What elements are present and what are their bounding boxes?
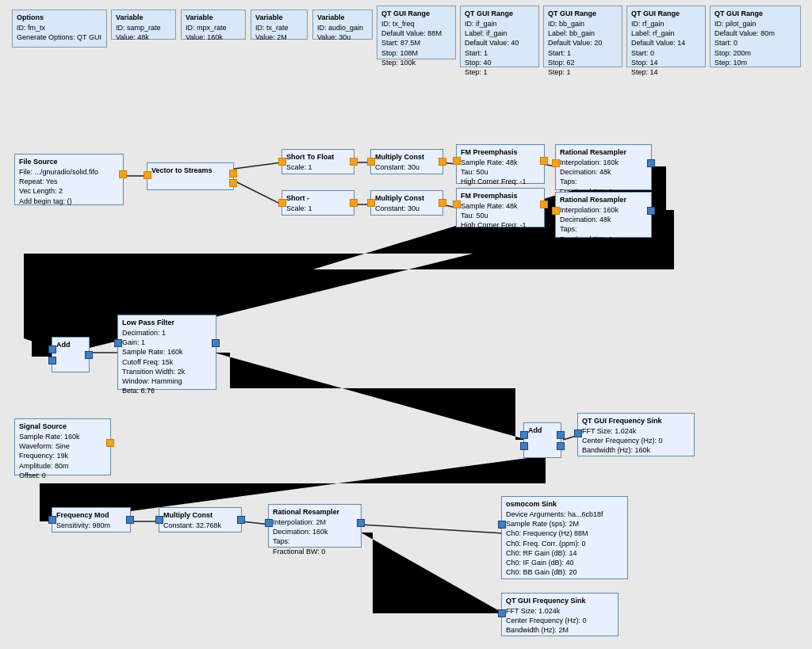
var-samp-rate-block[interactable]: Variable ID: samp_rate Value: 48k [111,10,176,40]
fmp2-in[interactable] [453,200,461,208]
lpf-out[interactable] [212,339,220,347]
short-to-float-2-block[interactable]: Short - Scale: 1 [282,190,354,216]
add2-out2[interactable] [557,442,565,450]
mc3-in[interactable] [155,516,163,524]
rat-resampler-1-block[interactable]: Rational Resampler Interpolation: 160k D… [555,144,652,190]
multiply-const-3-block[interactable]: Multiply Const Constant: 32.768k [159,507,242,533]
svg-line-2 [234,181,282,204]
var-audio-gain-block[interactable]: Variable ID: audio_gain Value: 30u [312,10,373,40]
file-source-out-port[interactable] [119,170,127,178]
qt-freq-sink-1-block[interactable]: QT GUI Frequency Sink FFT Size: 1.024k C… [577,413,695,456]
qfs2-in[interactable] [498,609,506,617]
osmo-in[interactable] [498,521,506,529]
rr2-out[interactable] [647,207,655,215]
fm-pre-2-block[interactable]: FM Preemphasis Sample Rate: 48k Tau: 50u… [456,188,545,227]
fmp1-out[interactable] [540,157,548,165]
rr1-out[interactable] [647,159,655,167]
options-generate: Generate Options: QT GUI [17,32,102,42]
mc1-out[interactable] [439,158,446,166]
vts-out-port-1[interactable] [229,170,237,178]
add2-out1[interactable] [557,431,565,439]
low-pass-filter-block[interactable]: Low Pass Filter Decimation: 1 Gain: 1 Sa… [117,315,216,390]
rat-resampler-2-block[interactable]: Rational Resampler Interpolation: 160k D… [555,192,652,238]
var-tx-rate-block[interactable]: Variable ID: tx_rate Value: 2M [251,10,308,40]
add1-in1[interactable] [48,345,56,353]
rr1-in[interactable] [552,159,560,167]
fmp1-in[interactable] [453,157,461,165]
lpf-in[interactable] [114,339,122,347]
qt-bb-gain-block[interactable]: QT GUI Range ID: bb_gain Label: bb_gain … [543,6,622,67]
mc2-in[interactable] [367,199,375,207]
flow-graph-canvas: Options ID: fm_tx Generate Options: QT G… [0,0,812,649]
qt-if-gain-block[interactable]: QT GUI Range ID: if_gain Label: if_gain … [460,6,539,67]
vts-in-port[interactable] [144,171,151,179]
qt-tx-freq-block[interactable]: QT GUI Range ID: tx_freq Default Value: … [377,6,456,59]
vector-to-streams-block[interactable]: Vector to Streams [147,162,234,190]
short-to-float-1-block[interactable]: Short To Float Scale: 1 [282,149,354,174]
options-title: Options [17,13,102,22]
var-mpx-rate-block[interactable]: Variable ID: mpx_rate Value: 160k [181,10,246,40]
add-2-block[interactable]: Add [523,422,561,458]
fm-in[interactable] [48,516,56,524]
frequency-mod-block[interactable]: Frequency Mod Sensitivity: 980m [52,507,131,533]
add1-out[interactable] [85,351,93,359]
add2-in2[interactable] [520,442,528,450]
fm-out[interactable] [126,516,134,524]
multiply-const-2-block[interactable]: Multiply Const Constant: 30u [370,190,443,216]
fmp2-out[interactable] [540,200,548,208]
multiply-const-1-block[interactable]: Multiply Const Constant: 30u [370,149,443,174]
rr3-in[interactable] [265,519,273,527]
vts-out-port-2[interactable] [229,179,237,187]
fm-pre-1-block[interactable]: FM Preemphasis Sample Rate: 48k Tau: 50u… [456,144,545,184]
qt-rf-gain-block[interactable]: QT GUI Range ID: rf_gain Label: rf_gain … [626,6,706,67]
osmocom-sink-block[interactable]: osmocom Sink Device Arguments: ha...6cb1… [501,496,628,579]
signal-source-block[interactable]: Signal Source Sample Rate: 160k Waveform… [14,418,111,475]
rr3-out[interactable] [357,519,365,527]
svg-line-13 [361,525,504,533]
qfs1-in[interactable] [574,429,582,437]
ss-out[interactable] [106,439,114,447]
mc1-in[interactable] [367,158,375,166]
qt-freq-sink-2-block[interactable]: QT GUI Frequency Sink FFT Size: 1.024k C… [501,593,619,636]
mc3-out[interactable] [237,516,245,524]
rr2-in[interactable] [552,207,560,215]
stf2-out[interactable] [350,199,358,207]
options-block[interactable]: Options ID: fm_tx Generate Options: QT G… [12,10,107,48]
qt-pilot-gain-block[interactable]: QT GUI Range ID: pilot_gain Default Valu… [710,6,801,67]
add-1-block[interactable]: Add [52,337,90,372]
add2-in1[interactable] [520,431,528,439]
mc2-out[interactable] [439,199,446,207]
rat-resampler-3-block[interactable]: Rational Resampler Interpolation: 2M Dec… [268,504,362,548]
add1-in2[interactable] [48,357,56,365]
stf1-out[interactable] [350,158,358,166]
svg-line-1 [234,162,282,169]
stf2-in[interactable] [278,199,286,207]
file-source-block[interactable]: File Source File: .../gnuradio/solid.fif… [14,154,124,205]
options-id: ID: fm_tx [17,23,102,32]
stf1-in[interactable] [278,158,286,166]
